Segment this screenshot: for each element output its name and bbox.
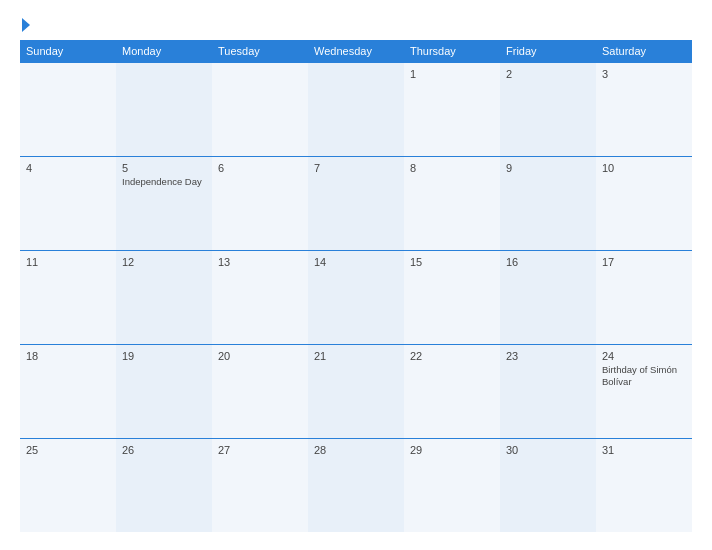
day-number: 26 — [122, 444, 206, 456]
day-number: 5 — [122, 162, 206, 174]
calendar-weekday-header: SundayMondayTuesdayWednesdayThursdayFrid… — [20, 40, 692, 62]
calendar-cell: 7 — [308, 157, 404, 250]
day-number: 10 — [602, 162, 686, 174]
calendar-cell: 3 — [596, 63, 692, 156]
calendar-cell: 14 — [308, 251, 404, 344]
calendar-cell: 6 — [212, 157, 308, 250]
calendar-cell: 2 — [500, 63, 596, 156]
day-number: 29 — [410, 444, 494, 456]
calendar-cell — [308, 63, 404, 156]
calendar-cell: 9 — [500, 157, 596, 250]
day-number: 6 — [218, 162, 302, 174]
weekday-header-wednesday: Wednesday — [308, 40, 404, 62]
calendar-body: 12345Independence Day6789101112131415161… — [20, 62, 692, 532]
calendar-week-3: 11121314151617 — [20, 250, 692, 344]
calendar-cell: 31 — [596, 439, 692, 532]
calendar-cell: 20 — [212, 345, 308, 438]
calendar-cell: 22 — [404, 345, 500, 438]
calendar-cell: 15 — [404, 251, 500, 344]
day-number: 4 — [26, 162, 110, 174]
calendar-week-1: 123 — [20, 62, 692, 156]
calendar-cell: 12 — [116, 251, 212, 344]
day-number: 3 — [602, 68, 686, 80]
calendar-week-2: 45Independence Day678910 — [20, 156, 692, 250]
day-number: 28 — [314, 444, 398, 456]
calendar-cell: 19 — [116, 345, 212, 438]
day-number: 21 — [314, 350, 398, 362]
calendar-cell — [116, 63, 212, 156]
day-number: 14 — [314, 256, 398, 268]
calendar-cell: 5Independence Day — [116, 157, 212, 250]
day-number: 22 — [410, 350, 494, 362]
calendar-cell: 21 — [308, 345, 404, 438]
logo-triangle-icon — [22, 18, 30, 32]
calendar-week-5: 25262728293031 — [20, 438, 692, 532]
calendar-cell: 29 — [404, 439, 500, 532]
calendar-cell: 1 — [404, 63, 500, 156]
day-number: 18 — [26, 350, 110, 362]
calendar-cell: 17 — [596, 251, 692, 344]
day-number: 24 — [602, 350, 686, 362]
day-number: 19 — [122, 350, 206, 362]
day-number: 13 — [218, 256, 302, 268]
weekday-header-sunday: Sunday — [20, 40, 116, 62]
day-number: 9 — [506, 162, 590, 174]
day-number: 8 — [410, 162, 494, 174]
calendar-cell: 10 — [596, 157, 692, 250]
weekday-header-friday: Friday — [500, 40, 596, 62]
day-number: 11 — [26, 256, 110, 268]
calendar: SundayMondayTuesdayWednesdayThursdayFrid… — [20, 40, 692, 532]
calendar-cell: 16 — [500, 251, 596, 344]
calendar-cell: 25 — [20, 439, 116, 532]
day-number: 27 — [218, 444, 302, 456]
calendar-cell: 11 — [20, 251, 116, 344]
day-number: 12 — [122, 256, 206, 268]
day-number: 17 — [602, 256, 686, 268]
day-event: Independence Day — [122, 176, 206, 188]
calendar-cell: 23 — [500, 345, 596, 438]
calendar-week-4: 18192021222324Birthday of Simón Bolívar — [20, 344, 692, 438]
day-number: 23 — [506, 350, 590, 362]
weekday-header-saturday: Saturday — [596, 40, 692, 62]
calendar-cell: 28 — [308, 439, 404, 532]
weekday-header-tuesday: Tuesday — [212, 40, 308, 62]
calendar-cell: 4 — [20, 157, 116, 250]
calendar-cell: 30 — [500, 439, 596, 532]
calendar-cell: 27 — [212, 439, 308, 532]
logo-blue-text — [20, 18, 30, 32]
weekday-header-thursday: Thursday — [404, 40, 500, 62]
day-number: 25 — [26, 444, 110, 456]
calendar-cell: 24Birthday of Simón Bolívar — [596, 345, 692, 438]
calendar-cell: 26 — [116, 439, 212, 532]
day-number: 1 — [410, 68, 494, 80]
calendar-cell — [212, 63, 308, 156]
day-number: 15 — [410, 256, 494, 268]
day-event: Birthday of Simón Bolívar — [602, 364, 686, 389]
day-number: 2 — [506, 68, 590, 80]
day-number: 7 — [314, 162, 398, 174]
calendar-cell — [20, 63, 116, 156]
calendar-header — [20, 18, 692, 32]
day-number: 30 — [506, 444, 590, 456]
calendar-cell: 18 — [20, 345, 116, 438]
logo — [20, 18, 30, 32]
day-number: 16 — [506, 256, 590, 268]
day-number: 20 — [218, 350, 302, 362]
weekday-header-monday: Monday — [116, 40, 212, 62]
calendar-cell: 13 — [212, 251, 308, 344]
calendar-cell: 8 — [404, 157, 500, 250]
day-number: 31 — [602, 444, 686, 456]
